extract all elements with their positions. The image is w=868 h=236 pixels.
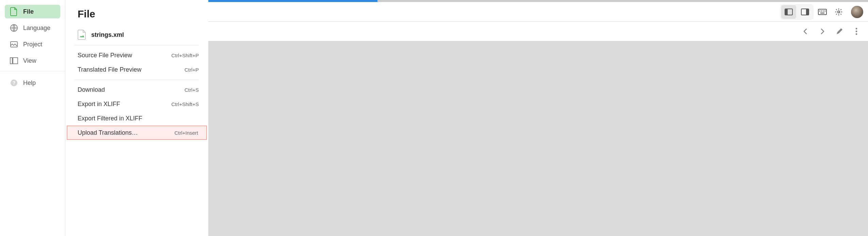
svg-rect-9 <box>806 9 809 15</box>
forward-button[interactable] <box>817 26 828 37</box>
globe-icon <box>10 24 18 32</box>
svg-rect-12 <box>821 11 822 12</box>
sub-toolbar <box>208 22 868 41</box>
help-icon: ? <box>10 78 18 87</box>
sidebar-item-label: Language <box>23 25 50 32</box>
file-panel: File strings.xml Source File Preview Ctr… <box>65 0 208 236</box>
more-button[interactable] <box>851 26 862 37</box>
menu-export-xliff[interactable]: Export in XLIFF Ctrl+Shift+S <box>65 97 208 111</box>
sidebar-item-file[interactable]: File <box>5 5 60 18</box>
menu-item-shortcut: Ctrl+Shift+S <box>171 101 199 107</box>
svg-rect-14 <box>824 11 825 12</box>
sidebar-item-project[interactable]: Project <box>5 38 60 51</box>
sidebar-item-label: Help <box>23 79 36 87</box>
svg-rect-7 <box>785 9 788 15</box>
layout-right-panel-button[interactable] <box>798 5 813 19</box>
menu-item-shortcut: Ctrl+Insert <box>174 130 198 136</box>
sidebar-item-label: Project <box>23 41 42 48</box>
layout-toggle-group <box>780 4 814 20</box>
menu-export-filtered-xliff[interactable]: Export Filtered in XLIFF <box>65 111 208 126</box>
menu-item-shortcut: Ctrl+P <box>184 67 199 73</box>
layout-left-panel-button[interactable] <box>781 5 796 19</box>
menu-translated-file-preview[interactable]: Translated File Preview Ctrl+P <box>65 62 208 77</box>
main-area <box>208 0 868 236</box>
divider <box>0 71 65 71</box>
menu-item-label: Export Filtered in XLIFF <box>78 115 142 122</box>
settings-button[interactable] <box>831 5 846 19</box>
svg-text:?: ? <box>13 80 16 86</box>
edit-button[interactable] <box>834 26 845 37</box>
divider <box>75 79 199 80</box>
avatar[interactable] <box>851 6 863 18</box>
svg-point-19 <box>856 33 857 35</box>
menu-source-file-preview[interactable]: Source File Preview Ctrl+Shift+P <box>65 48 208 62</box>
sidebar-item-language[interactable]: Language <box>5 21 60 35</box>
svg-rect-10 <box>818 9 826 15</box>
svg-rect-2 <box>10 58 12 64</box>
svg-rect-15 <box>820 13 824 14</box>
svg-rect-3 <box>13 58 18 64</box>
svg-point-17 <box>856 28 857 30</box>
sidebar-item-help[interactable]: ? Help <box>5 76 60 90</box>
menu-item-label: Upload Translations… <box>78 129 138 136</box>
menu-upload-translations[interactable]: Upload Translations… Ctrl+Insert <box>67 126 207 140</box>
menu-item-label: Download <box>78 86 105 93</box>
svg-rect-13 <box>823 11 824 12</box>
svg-point-18 <box>856 31 857 32</box>
image-icon <box>10 40 18 49</box>
sidebar-item-view[interactable]: View <box>5 54 60 68</box>
svg-point-16 <box>838 11 840 13</box>
menu-item-shortcut: Ctrl+Shift+P <box>171 53 199 58</box>
xml-file-icon <box>78 30 86 40</box>
columns-icon <box>10 56 18 65</box>
menu-item-label: Source File Preview <box>78 52 132 59</box>
menu-download[interactable]: Download Ctrl+S <box>65 83 208 97</box>
menu-item-label: Translated File Preview <box>78 66 141 73</box>
top-toolbar <box>208 2 868 22</box>
sidebar-item-label: View <box>23 57 36 64</box>
menu-item-shortcut: Ctrl+S <box>184 87 199 93</box>
back-button[interactable] <box>800 26 811 37</box>
divider <box>75 45 199 45</box>
keyboard-button[interactable] <box>815 5 830 19</box>
svg-rect-11 <box>819 11 820 12</box>
file-icon <box>10 7 18 16</box>
sidebar-item-label: File <box>23 8 34 15</box>
current-file-name: strings.xml <box>91 31 124 39</box>
sidebar: File Language Project View ? Help <box>0 0 65 236</box>
panel-title: File <box>65 8 208 27</box>
menu-item-label: Export in XLIFF <box>78 101 120 108</box>
current-file-row[interactable]: strings.xml <box>65 27 208 42</box>
